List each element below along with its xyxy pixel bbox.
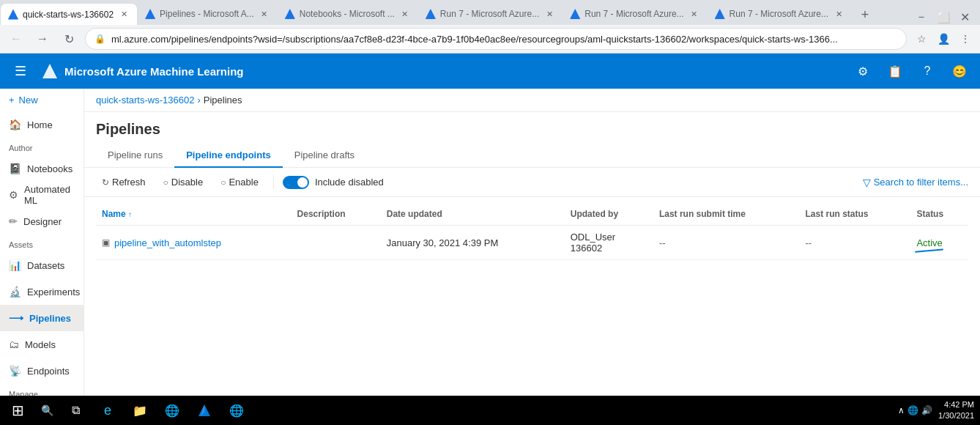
taskbar-ie[interactable]: e xyxy=(92,396,124,425)
hamburger-menu[interactable]: ☰ xyxy=(9,63,32,79)
new-tab-button[interactable]: + xyxy=(855,4,875,25)
main-content: quick-starts-ws-136602 › Pipelines Pipel… xyxy=(84,89,980,425)
start-button[interactable]: ⊞ xyxy=(0,402,35,419)
tab-pipeline-drafts[interactable]: Pipeline drafts xyxy=(283,144,366,168)
browser-tab-5[interactable]: Run 7 - Microsoft Azure... ✕ xyxy=(563,3,707,25)
col-name[interactable]: Name ↑ xyxy=(96,203,292,226)
pipeline-item-icon: ▣ xyxy=(102,237,110,248)
new-button[interactable]: + New xyxy=(0,89,83,111)
include-disabled-toggle-container: Include disabled xyxy=(283,176,384,189)
assets-section-label: Assets xyxy=(0,234,83,252)
chrome-icon: 🌐 xyxy=(165,404,179,418)
sidebar-item-models[interactable]: 🗂 Models xyxy=(0,331,83,358)
address-text: ml.azure.com/pipelines/endpoints?wsid=/s… xyxy=(111,34,897,45)
sidebar-item-notebooks[interactable]: 📓 Notebooks xyxy=(0,155,83,182)
models-label: Models xyxy=(25,339,56,350)
network-icon[interactable]: 🌐 xyxy=(907,405,918,415)
datasets-label: Datasets xyxy=(27,260,64,271)
settings-btn[interactable]: ⚙ xyxy=(851,59,875,83)
volume-icon[interactable]: 🔊 xyxy=(921,405,932,415)
col-last-run-submit[interactable]: Last run submit time xyxy=(653,203,800,226)
app-header: ☰ Microsoft Azure Machine Learning ⚙ 📋 ?… xyxy=(0,53,980,89)
sidebar-item-designer[interactable]: ✏ Designer xyxy=(0,208,83,234)
taskbar-chrome[interactable]: 🌐 xyxy=(156,396,188,425)
browser-tab-4[interactable]: Run 7 - Microsoft Azure... ✕ xyxy=(418,3,563,25)
toolbar-separator xyxy=(273,175,274,190)
bookmark-btn[interactable]: ☆ xyxy=(913,30,930,48)
refresh-button[interactable]: ↻ xyxy=(59,29,79,49)
col-date-updated[interactable]: Date updated xyxy=(381,203,565,226)
breadcrumb-separator: › xyxy=(197,95,200,106)
search-icon: 🔍 xyxy=(41,404,53,416)
help-btn[interactable]: ? xyxy=(916,59,939,83)
close-btn[interactable]: ✕ xyxy=(956,10,974,24)
col-description[interactable]: Description xyxy=(292,203,381,226)
taskbar-search[interactable]: 🔍 xyxy=(35,404,59,416)
refresh-btn[interactable]: ↻ Refresh xyxy=(96,174,152,191)
svg-marker-0 xyxy=(8,10,18,18)
account-avatar[interactable]: 😊 xyxy=(948,59,971,83)
browser-tab-active[interactable]: quick-starts-ws-136602 ✕ xyxy=(0,3,138,25)
tab-pipeline-runs[interactable]: Pipeline runs xyxy=(96,144,174,168)
automated-ml-icon: ⚙ xyxy=(9,189,18,201)
sidebar-item-datasets[interactable]: 📊 Datasets xyxy=(0,252,83,278)
table-header-row: Name ↑ Description Date updated Updated … xyxy=(96,203,968,226)
address-bar-row: ← → ↻ 🔒 ml.azure.com/pipelines/endpoints… xyxy=(0,25,980,53)
forward-button[interactable]: → xyxy=(32,29,53,49)
cell-last-run-submit: -- xyxy=(653,226,800,260)
home-icon: 🏠 xyxy=(9,119,21,130)
col-last-run-status[interactable]: Last run status xyxy=(800,203,911,226)
filter-icon: ▽ xyxy=(863,177,871,188)
browser-tab-2[interactable]: Pipelines - Microsoft A... ✕ xyxy=(138,3,278,25)
col-status[interactable]: Status xyxy=(910,203,968,226)
taskbar-azure-app[interactable] xyxy=(188,396,220,425)
new-label: New xyxy=(19,95,38,106)
last-run-status-dash: -- xyxy=(806,237,812,248)
col-updated-by[interactable]: Updated by xyxy=(565,203,653,226)
sidebar-item-experiments[interactable]: 🔬 Experiments xyxy=(0,278,83,305)
page-title: Pipelines xyxy=(96,121,968,138)
minimize-btn[interactable]: － xyxy=(911,10,932,25)
designer-label: Designer xyxy=(23,216,62,227)
taskbar-chrome-2[interactable]: 🌐 xyxy=(220,396,253,425)
disable-icon: ○ xyxy=(163,177,168,188)
browser-chrome: quick-starts-ws-136602 ✕ Pipelines - Mic… xyxy=(0,0,980,53)
disable-btn[interactable]: ○ Disable xyxy=(157,174,209,191)
tab-close-btn-4[interactable]: ✕ xyxy=(543,8,555,20)
search-filter-btn[interactable]: ▽ Search to filter items... xyxy=(863,177,968,188)
tab-close-btn[interactable]: ✕ xyxy=(118,9,130,21)
enable-btn[interactable]: ○ Enable xyxy=(215,174,264,191)
maximize-btn[interactable]: ⬜ xyxy=(933,12,954,23)
account-btn[interactable]: 👤 xyxy=(935,30,952,48)
system-tray-icon[interactable]: ∧ xyxy=(898,405,905,415)
address-bar[interactable]: 🔒 ml.azure.com/pipelines/endpoints?wsid=… xyxy=(85,28,907,50)
tab-close-btn-6[interactable]: ✕ xyxy=(833,8,844,20)
tab-favicon-6 xyxy=(715,9,725,19)
sort-asc-icon: ↑ xyxy=(128,210,132,218)
menu-btn[interactable]: ⋮ xyxy=(957,30,974,48)
app-body: + New 🏠 Home Author 📓 Notebooks ⚙ Automa… xyxy=(0,89,980,425)
tab-title-3: Notebooks - Microsoft ... xyxy=(300,9,395,19)
include-disabled-toggle[interactable] xyxy=(283,176,309,189)
tab-close-btn-2[interactable]: ✕ xyxy=(259,8,270,20)
pipeline-link[interactable]: ▣ pipeline_with_automlstep xyxy=(102,237,286,248)
back-button[interactable]: ← xyxy=(6,29,26,49)
sidebar-item-pipelines[interactable]: ⟶ Pipelines xyxy=(0,305,83,331)
sidebar-item-endpoints[interactable]: 📡 Endpoints xyxy=(0,358,83,384)
tab-close-btn-3[interactable]: ✕ xyxy=(399,8,411,20)
tab-close-btn-5[interactable]: ✕ xyxy=(688,8,700,20)
taskbar-clock: 4:42 PM 1/30/2021 xyxy=(938,399,980,422)
table-container: Name ↑ Description Date updated Updated … xyxy=(84,197,980,425)
notifications-btn[interactable]: 📋 xyxy=(883,59,907,83)
sidebar-item-home[interactable]: 🏠 Home xyxy=(0,111,83,138)
browser-tab-6[interactable]: Run 7 - Microsoft Azure... ✕ xyxy=(708,3,852,25)
status-active-badge: Active xyxy=(916,237,942,248)
plus-icon: + xyxy=(9,95,15,106)
breadcrumb-workspace[interactable]: quick-starts-ws-136602 xyxy=(96,95,194,106)
table-body: ▣ pipeline_with_automlstep January 30, 2… xyxy=(96,226,968,260)
sidebar-item-automated-ml[interactable]: ⚙ Automated ML xyxy=(0,182,83,208)
taskbar-task-view[interactable]: ⧉ xyxy=(59,396,92,425)
browser-tab-3[interactable]: Notebooks - Microsoft ... ✕ xyxy=(278,3,418,25)
tab-pipeline-endpoints[interactable]: Pipeline endpoints xyxy=(174,144,283,168)
taskbar-file-explorer[interactable]: 📁 xyxy=(124,396,156,425)
